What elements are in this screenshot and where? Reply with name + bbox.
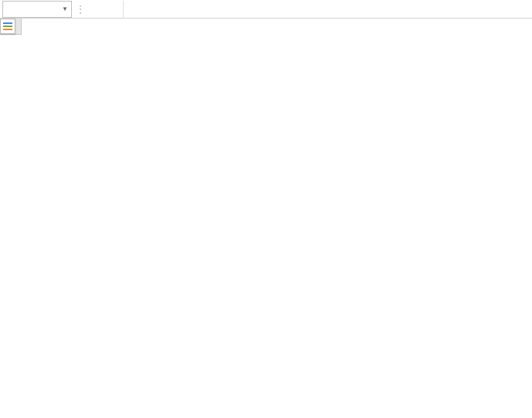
svg-rect-2 (3, 29, 12, 30)
confirm-icon (100, 1, 117, 18)
chevron-down-icon[interactable]: ▼ (59, 5, 71, 12)
autofill-options-icon (2, 21, 13, 32)
svg-rect-1 (3, 26, 12, 27)
separator-icon: ⋮ (79, 1, 81, 18)
cancel-icon (83, 1, 100, 18)
formula-input[interactable] (123, 1, 532, 18)
spreadsheet-grid[interactable] (0, 19, 532, 418)
name-box[interactable]: ▼ (2, 1, 72, 18)
autofill-options-button[interactable] (0, 19, 15, 34)
formula-bar: ▼ ⋮ (0, 0, 532, 19)
svg-rect-0 (3, 22, 12, 24)
